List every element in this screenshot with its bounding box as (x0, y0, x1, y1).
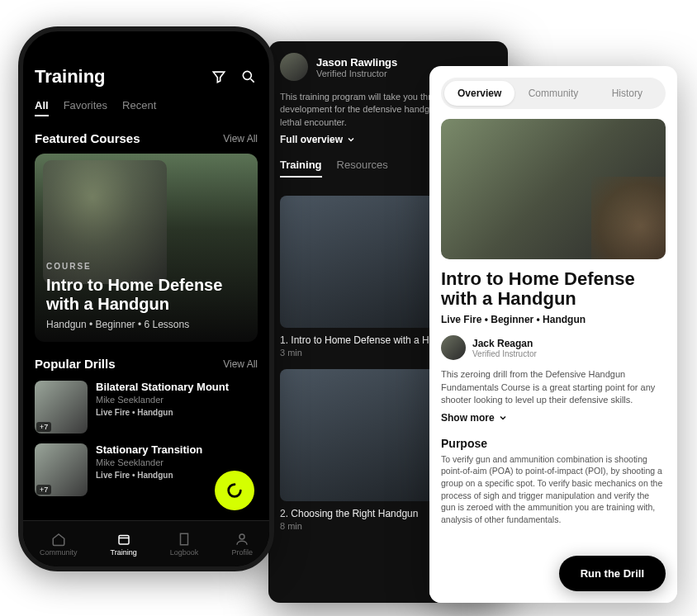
svg-rect-1 (119, 535, 129, 544)
instructor-role: Verified Instructor (472, 349, 537, 358)
drill-meta: Live Fire • Handgun (96, 408, 258, 417)
drill-title: Bilateral Stationary Mount (96, 381, 258, 393)
page-title: Training (35, 66, 106, 88)
show-more-label: Show more (441, 412, 495, 424)
pill-tabs: Overview Community History (441, 78, 666, 109)
drill-thumbnail: +7 (35, 381, 88, 434)
tab-overview[interactable]: Overview (444, 81, 514, 106)
drill-plus-badge: +7 (36, 422, 51, 432)
tab-resources[interactable]: Resources (337, 159, 388, 178)
hero-image (441, 119, 666, 259)
drill-row[interactable]: +7 Bilateral Stationary Mount Mike Seekl… (35, 381, 258, 434)
phone-drill-detail-light: Overview Community History Intro to Home… (429, 66, 677, 603)
drill-plus-badge: +7 (36, 485, 51, 495)
course-badge: COURSE (46, 262, 246, 271)
drill-author: Mike Seeklander (96, 457, 258, 467)
featured-view-all[interactable]: View All (223, 133, 258, 145)
tab-community[interactable]: Community (40, 532, 78, 557)
tab-recent[interactable]: Recent (122, 99, 156, 116)
chevron-down-icon (346, 135, 356, 145)
run-drill-button[interactable]: Run the Drill (559, 556, 666, 591)
instructor-name: Jack Reagan (472, 338, 537, 349)
tab-community[interactable]: Community (518, 81, 588, 106)
svg-point-2 (239, 534, 244, 539)
purpose-text: To verify gun and ammunition combination… (441, 453, 666, 526)
drill-title: Stationary Transition (96, 443, 258, 456)
tab-history[interactable]: History (592, 81, 662, 106)
fab-button[interactable] (215, 471, 254, 510)
filter-icon[interactable] (210, 68, 228, 86)
tab-label: Training (111, 548, 137, 557)
drill-author: Mike Seeklander (96, 395, 258, 405)
featured-course-title: Intro to Home Defense with a Handgun (46, 276, 246, 314)
instructor-name: Jason Rawlings (316, 56, 397, 69)
instructor-row[interactable]: Jack Reagan Verified Instructor (441, 335, 666, 360)
show-more-toggle[interactable]: Show more (441, 412, 666, 424)
tab-logbook[interactable]: Logbook (170, 532, 199, 557)
popular-heading: Popular Drills (35, 357, 116, 371)
tab-training[interactable]: Training (111, 532, 137, 557)
tab-training-content[interactable]: Training (280, 159, 322, 178)
drill-description: This zeroing drill from the Defensive Ha… (441, 368, 666, 406)
phone-notch (105, 38, 187, 59)
popular-view-all[interactable]: View All (223, 358, 258, 370)
svg-point-0 (243, 71, 251, 79)
phone-training-list: Training All Favorites Recent Featured C… (18, 26, 274, 571)
instructor-role: Verified Instructor (316, 69, 397, 78)
drill-meta: Live Fire • Beginner • Handgun (441, 314, 666, 325)
featured-heading: Featured Courses (35, 131, 140, 145)
drill-thumbnail: +7 (35, 443, 88, 496)
chevron-down-icon (498, 413, 508, 423)
tabs: All Favorites Recent (35, 99, 258, 116)
full-overview-label: Full overview (280, 134, 343, 145)
avatar (441, 335, 466, 360)
tab-label: Logbook (170, 548, 199, 557)
purpose-heading: Purpose (441, 437, 666, 450)
featured-course-card[interactable]: COURSE Intro to Home Defense with a Hand… (35, 154, 258, 342)
bottom-tabbar: Community Training Logbook Profile (23, 520, 269, 566)
tab-all[interactable]: All (35, 99, 49, 116)
tab-label: Profile (231, 548, 253, 557)
tab-favorites[interactable]: Favorites (64, 99, 107, 116)
avatar (280, 53, 308, 81)
search-icon[interactable] (239, 68, 258, 86)
featured-course-meta: Handgun • Beginner • 6 Lessons (46, 319, 246, 330)
tab-label: Community (40, 548, 78, 557)
tab-profile[interactable]: Profile (231, 532, 253, 557)
drill-title: Intro to Home Defense with a Handgun (441, 269, 666, 309)
